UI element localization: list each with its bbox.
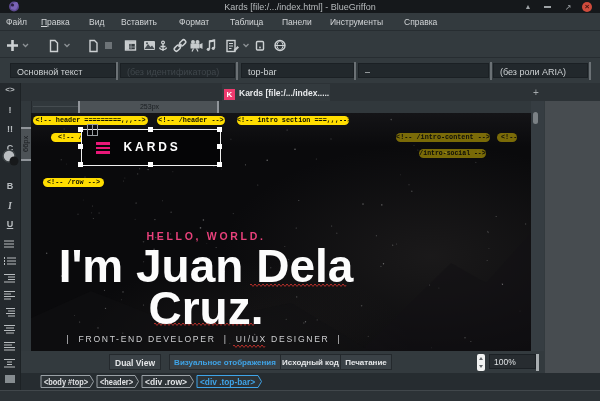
svg-text:<div .top-bar>: <div .top-bar> [200, 377, 255, 387]
svg-text:<div .row>: <div .row> [145, 377, 187, 387]
svg-text:<header>: <header> [100, 377, 133, 387]
svg-text:<body #top>: <body #top> [44, 377, 88, 387]
